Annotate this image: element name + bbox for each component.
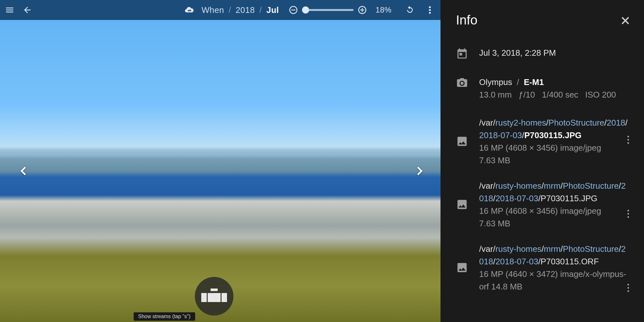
svg-rect-11 — [222, 293, 227, 302]
next-photo-icon[interactable] — [412, 156, 428, 185]
zoom-out-icon[interactable] — [289, 5, 298, 15]
zoom-percent: 18% — [375, 5, 392, 14]
svg-point-21 — [628, 287, 629, 289]
rotate-icon[interactable] — [405, 5, 415, 15]
svg-point-7 — [429, 12, 431, 14]
show-streams-button[interactable] — [195, 277, 233, 316]
svg-point-22 — [628, 290, 629, 292]
zoom-in-icon[interactable] — [357, 5, 367, 15]
photo-image — [0, 20, 440, 322]
image-file-icon — [456, 180, 469, 230]
file-size: 7.63 MB — [479, 154, 629, 167]
calendar-icon — [456, 47, 469, 63]
svg-rect-4 — [362, 8, 363, 12]
file-entry: /var/rusty2-homes/PhotoStructure/2018/20… — [456, 117, 629, 167]
svg-point-5 — [429, 6, 431, 8]
streams-tooltip: Show streams (tap "s") — [134, 312, 195, 321]
svg-point-19 — [628, 216, 629, 218]
file-entry: /var/rusty-homes/mrm/PhotoStructure/2018… — [456, 243, 629, 293]
svg-rect-10 — [208, 293, 221, 302]
zoom-slider[interactable] — [302, 9, 354, 11]
breadcrumb-sep: / — [229, 5, 231, 15]
svg-point-15 — [628, 139, 629, 141]
breadcrumb-when[interactable]: When — [202, 5, 224, 15]
breadcrumb: When / 2018 / Jul — [184, 5, 279, 15]
cloud-logo-icon[interactable] — [184, 5, 194, 15]
file-more-icon[interactable] — [627, 209, 630, 220]
file-more-icon[interactable] — [627, 283, 630, 294]
file-more-icon[interactable] — [627, 135, 630, 146]
file-entry: /var/rusty-homes/mrm/PhotoStructure/2018… — [456, 180, 629, 230]
svg-rect-1 — [291, 10, 296, 11]
svg-point-13 — [460, 82, 464, 85]
file-path[interactable]: /var/rusty-homes/mrm/PhotoStructure/2018… — [479, 243, 629, 268]
svg-point-18 — [628, 213, 629, 215]
camera-icon — [456, 76, 469, 101]
info-panel: Info Jul 3, 2018, 2:28 PM Olympus / E-M1… — [440, 0, 644, 322]
svg-point-20 — [628, 284, 629, 286]
menu-icon[interactable] — [0, 0, 19, 20]
photo-datetime: Jul 3, 2018, 2:28 PM — [479, 47, 629, 63]
svg-point-17 — [628, 210, 629, 212]
file-meta: 16 MP (4608 × 3456) image/jpeg — [479, 142, 629, 154]
camera-line: Olympus / E-M1 — [479, 76, 629, 89]
more-icon[interactable] — [425, 5, 435, 15]
zoom-slider-thumb[interactable] — [302, 6, 309, 14]
photo-viewer[interactable]: Show streams (tap "s") — [0, 20, 440, 322]
file-meta: 16 MP (4608 × 3456) image/jpeg — [479, 205, 629, 217]
exif-line: 13.0 mm ƒ/10 1/400 sec ISO 200 — [479, 89, 629, 101]
svg-rect-12 — [459, 53, 462, 55]
file-path[interactable]: /var/rusty-homes/mrm/PhotoStructure/2018… — [479, 180, 629, 205]
top-bar: When / 2018 / Jul 18% — [0, 0, 440, 20]
breadcrumb-year[interactable]: 2018 — [236, 5, 255, 15]
zoom-controls: 18% — [289, 5, 435, 15]
image-file-icon — [456, 243, 469, 293]
info-title: Info — [456, 13, 629, 27]
file-path[interactable]: /var/rusty2-homes/PhotoStructure/2018/20… — [479, 117, 629, 142]
back-icon[interactable] — [19, 5, 35, 15]
image-file-icon — [456, 117, 469, 167]
breadcrumb-month[interactable]: Jul — [266, 5, 279, 15]
svg-point-16 — [628, 142, 629, 144]
close-icon[interactable] — [620, 15, 631, 28]
svg-rect-9 — [201, 293, 207, 302]
file-size: 7.63 MB — [479, 217, 629, 230]
svg-point-6 — [429, 9, 431, 11]
file-meta: 16 MP (4640 × 3472) image/x-olympus-orf … — [479, 268, 629, 293]
svg-point-14 — [628, 136, 629, 137]
svg-rect-8 — [211, 289, 218, 291]
prev-photo-icon[interactable] — [15, 156, 31, 185]
breadcrumb-sep: / — [260, 5, 262, 15]
